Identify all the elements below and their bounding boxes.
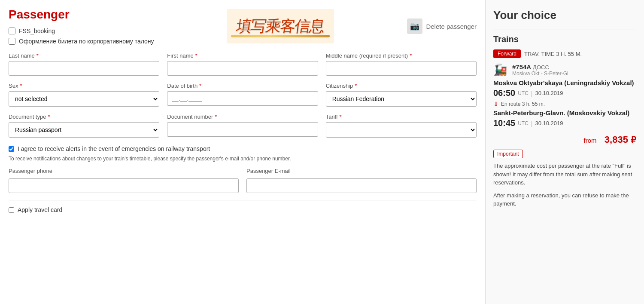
important-badge: Important bbox=[493, 150, 636, 162]
from-label: from bbox=[583, 137, 596, 144]
calligraphy-image: 填写乘客信息 bbox=[227, 9, 334, 43]
tariff-group: Tariff * bbox=[326, 114, 477, 138]
last-name-label: Last name * bbox=[9, 52, 159, 59]
depart-utc: UTC bbox=[518, 90, 529, 96]
travel-card-row: Apply travel card bbox=[9, 200, 477, 213]
doc-type-label: Document type * bbox=[9, 114, 159, 120]
train-row: 🚂 #754А ДОСС Moskva Okt - S-Peter-Gl bbox=[493, 63, 636, 77]
fss-label: FSS_booking bbox=[19, 28, 55, 34]
trav-time: TRAV. TIME 3 H. 55 M. bbox=[524, 51, 582, 57]
doc-tariff-row: Document type * Russian passport Foreign… bbox=[9, 114, 477, 138]
citizenship-required: * bbox=[355, 83, 357, 89]
first-name-group: First name * bbox=[167, 52, 318, 76]
important-label: Important bbox=[493, 150, 523, 158]
last-name-group: Last name * bbox=[9, 52, 159, 76]
route-info: En route 3 h. 55 m. bbox=[501, 101, 545, 107]
info-text-1: The approximate cost per passenger at th… bbox=[493, 162, 636, 187]
train-icon: 🚂 bbox=[493, 63, 507, 77]
doc-number-label: Document number * bbox=[167, 114, 318, 120]
to-station: Sankt-Peterburg-Glavn. (Moskovskiy Vokza… bbox=[493, 109, 636, 117]
name-fields-row: Last name * First name * Middle name (re… bbox=[9, 52, 477, 76]
arrive-date: 30.10.2019 bbox=[535, 120, 563, 126]
sex-dob-citizenship-row: Sex * not selected Male Female Date of b… bbox=[9, 83, 477, 107]
sex-group: Sex * not selected Male Female bbox=[9, 83, 159, 107]
depart-time-row: 06:50 UTC | 30.10.2019 bbox=[493, 88, 636, 98]
last-name-input[interactable] bbox=[9, 61, 159, 76]
price-row: from 3,835 ₽ bbox=[493, 134, 636, 145]
citizenship-label: Citizenship * bbox=[326, 83, 477, 89]
alerts-note: To receive notifications about changes t… bbox=[9, 156, 477, 162]
sex-label: Sex * bbox=[9, 83, 159, 89]
middle-name-required: * bbox=[410, 52, 412, 59]
depart-time: 06:50 bbox=[493, 88, 515, 98]
email-input[interactable] bbox=[246, 178, 477, 193]
doc-number-required: * bbox=[215, 114, 217, 120]
delete-passenger-button[interactable]: 📷 Delete passenger bbox=[407, 18, 477, 34]
passenger-title: Passenger bbox=[9, 8, 154, 21]
travel-card-label: Apply travel card bbox=[18, 206, 62, 213]
alerts-checkbox-row: I agree to receive alerts in the event o… bbox=[9, 145, 477, 152]
trains-title: Trains bbox=[493, 34, 636, 44]
travel-card-checkbox[interactable] bbox=[9, 207, 14, 213]
alerts-label: I agree to receive alerts in the event o… bbox=[18, 145, 210, 152]
citizenship-select[interactable]: Russian Federation Other bbox=[326, 91, 477, 107]
forward-badge: Forward bbox=[493, 49, 521, 58]
sidebar: Your choice Trains Forward TRAV. TIME 3 … bbox=[485, 0, 644, 304]
price-value: 3,835 bbox=[605, 134, 628, 145]
middle-name-group: Middle name (required if present) * bbox=[326, 52, 477, 76]
phone-group: Passenger phone bbox=[9, 168, 239, 193]
sex-select[interactable]: not selected Male Female bbox=[9, 91, 159, 107]
corporate-label: Оформление билета по корпоративному тало… bbox=[19, 38, 154, 45]
arrive-utc: UTC bbox=[518, 120, 529, 126]
delete-passenger-label: Delete passenger bbox=[426, 23, 477, 30]
info-text-2: After making a reservation, you can refu… bbox=[493, 191, 636, 208]
currency-symbol: ₽ bbox=[631, 135, 636, 144]
sex-required: * bbox=[20, 83, 22, 89]
corporate-checkbox[interactable] bbox=[9, 38, 15, 45]
dob-required: * bbox=[199, 83, 201, 89]
phone-label: Passenger phone bbox=[9, 168, 239, 174]
email-group: Passenger E-mail bbox=[246, 168, 477, 193]
train-route-sub: Moskva Okt - S-Peter-Gl bbox=[512, 71, 636, 77]
first-name-required: * bbox=[195, 52, 197, 59]
train-type: ДОСС bbox=[533, 64, 549, 71]
tariff-select[interactable] bbox=[326, 122, 477, 138]
route-arrow-row: ⇓ En route 3 h. 55 m. bbox=[493, 101, 636, 107]
arrive-time-row: 10:45 UTC | 30.10.2019 bbox=[493, 118, 636, 128]
route-arrow-icon: ⇓ bbox=[493, 101, 498, 107]
your-choice-title: Your choice bbox=[493, 9, 636, 22]
dob-input[interactable] bbox=[167, 91, 318, 106]
train-details: #754А ДОСС Moskva Okt - S-Peter-Gl bbox=[512, 63, 636, 77]
calligraphy-text: 填写乘客信息 bbox=[235, 16, 326, 37]
sidebar-divider-top bbox=[493, 30, 636, 30]
last-name-required: * bbox=[36, 52, 39, 59]
doc-type-select[interactable]: Russian passport Foreign passport Birth … bbox=[9, 122, 159, 138]
alerts-checkbox[interactable] bbox=[9, 146, 14, 152]
from-station: Moskva Oktyabr'skaya (Leningradskiy Vokz… bbox=[493, 79, 636, 86]
depart-date: 30.10.2019 bbox=[535, 90, 563, 96]
citizenship-group: Citizenship * Russian Federation Other bbox=[326, 83, 477, 107]
first-name-label: First name * bbox=[167, 52, 318, 59]
dob-group: Date of birth * bbox=[167, 83, 318, 107]
arrive-time: 10:45 bbox=[493, 118, 515, 128]
first-name-input[interactable] bbox=[167, 61, 318, 76]
calligraphy-underline bbox=[231, 35, 330, 37]
email-label: Passenger E-mail bbox=[246, 168, 477, 174]
dob-label: Date of birth * bbox=[167, 83, 318, 89]
tariff-required: * bbox=[340, 114, 342, 120]
doc-type-group: Document type * Russian passport Foreign… bbox=[9, 114, 159, 138]
middle-name-label: Middle name (required if present) * bbox=[326, 52, 477, 59]
doc-type-required: * bbox=[48, 114, 50, 120]
phone-input[interactable] bbox=[9, 178, 239, 193]
delete-icon: 📷 bbox=[407, 18, 422, 34]
contact-row: Passenger phone Passenger E-mail bbox=[9, 168, 477, 193]
tariff-label: Tariff * bbox=[326, 114, 477, 120]
doc-number-input[interactable] bbox=[167, 122, 318, 137]
forward-trav-row: Forward TRAV. TIME 3 H. 55 M. bbox=[493, 49, 636, 58]
train-number: #754А bbox=[512, 63, 531, 71]
fss-checkbox[interactable] bbox=[9, 28, 15, 34]
alerts-section: I agree to receive alerts in the event o… bbox=[9, 145, 477, 162]
middle-name-input[interactable] bbox=[326, 61, 477, 76]
doc-number-group: Document number * bbox=[167, 114, 318, 138]
